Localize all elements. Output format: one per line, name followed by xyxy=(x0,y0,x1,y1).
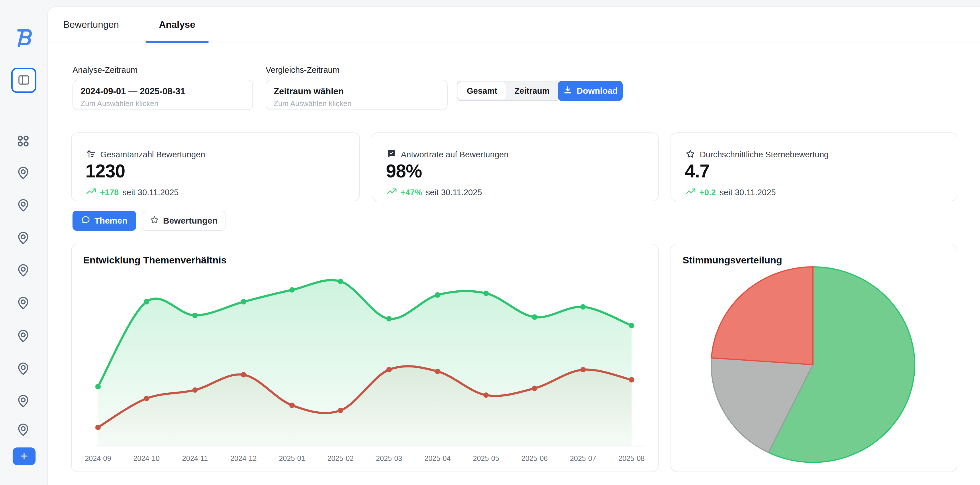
sort-ascending-icon xyxy=(86,149,96,160)
sidebar-item-location-5[interactable] xyxy=(13,294,33,313)
sidebar-item-location-8[interactable] xyxy=(13,392,33,411)
map-pin-icon xyxy=(16,361,30,377)
trending-up-icon xyxy=(387,186,397,199)
tab-analyse[interactable]: Analyse xyxy=(146,7,208,42)
svg-text:2024-12: 2024-12 xyxy=(231,454,257,463)
kpi-delta-suffix: seit 30.11.2025 xyxy=(426,188,482,197)
svg-text:2024-09: 2024-09 xyxy=(85,454,111,463)
sidebar-item-location-9[interactable] xyxy=(13,420,33,440)
tab-bar: Bewertungen Analyse xyxy=(48,7,980,42)
sidebar-divider-bottom xyxy=(10,474,37,474)
kpi-card-total-reviews: Gesamtanzahl Bewertungen 1230 +178 seit … xyxy=(71,132,360,201)
star-icon xyxy=(150,215,159,227)
panel-left-icon xyxy=(17,73,30,88)
sidebar-item-location-2[interactable] xyxy=(13,196,33,215)
download-icon xyxy=(563,85,573,97)
active-tab-underline xyxy=(146,41,208,43)
pie-slice-negativ xyxy=(711,267,813,365)
app-logo xyxy=(12,26,35,50)
comparison-period-picker[interactable]: Zeitraum wählen Zum Auswählen klicken xyxy=(266,80,448,110)
kpi-delta-value: +0.2 xyxy=(700,188,716,197)
sidebar-item-location-4[interactable] xyxy=(13,261,33,280)
svg-text:2025-04: 2025-04 xyxy=(425,454,451,463)
star-icon xyxy=(686,149,695,160)
sidebar-item-location-7[interactable] xyxy=(13,359,33,379)
svg-text:2025-01: 2025-01 xyxy=(279,454,305,463)
sidebar-divider-top xyxy=(10,113,37,113)
kpi-card-response-rate: Antwortrate auf Bewertungen 98% +47% sei… xyxy=(372,132,659,201)
message-check-icon xyxy=(387,149,396,160)
map-pin-icon xyxy=(16,296,30,311)
comparison-period-label: Vergleichs-Zeitraum xyxy=(266,65,340,75)
kpi-value: 1230 xyxy=(85,161,125,182)
svg-text:2025-03: 2025-03 xyxy=(376,454,402,463)
svg-text:2024-10: 2024-10 xyxy=(133,454,160,463)
kpi-delta-suffix: seit 30.11.2025 xyxy=(719,188,776,197)
analysis-period-picker[interactable]: 2024-09-01 — 2025-08-31 Zum Auswählen kl… xyxy=(73,80,253,110)
kpi-value: 98% xyxy=(386,161,422,182)
kpi-delta-value: +178 xyxy=(100,188,119,197)
download-label: Download xyxy=(576,86,617,96)
map-pin-icon xyxy=(16,198,30,213)
main-panel: Bewertungen Analyse Analyse-Zeitraum Ver… xyxy=(47,6,980,485)
kpi-delta-value: +47% xyxy=(401,188,422,197)
comparison-period-value: Zeitraum wählen xyxy=(274,86,447,97)
sidebar-collapse-button[interactable] xyxy=(11,68,37,93)
map-pin-icon xyxy=(16,166,30,181)
analysis-period-label: Analyse-Zeitraum xyxy=(73,65,138,75)
analysis-period-value: 2024-09-01 — 2025-08-31 xyxy=(81,86,253,97)
kpi-label: Antwortrate auf Bewertungen xyxy=(401,150,509,160)
kpi-label: Durchschnittliche Sternebewertung xyxy=(700,150,829,160)
download-button[interactable]: Download xyxy=(558,81,623,101)
svg-text:2025-06: 2025-06 xyxy=(522,454,548,463)
scope-toggle: Gesamt Zeitraum xyxy=(457,81,560,101)
grid-icon xyxy=(16,134,30,149)
kpi-card-average-rating: Durchschnittliche Sternebewertung 4.7 +0… xyxy=(671,132,957,201)
svg-text:2025-07: 2025-07 xyxy=(570,454,596,463)
map-pin-icon xyxy=(16,423,30,438)
svg-text:2025-05: 2025-05 xyxy=(473,454,499,463)
scope-option-zeitraum[interactable]: Zeitraum xyxy=(506,82,558,99)
topic-trend-chart: 2024-092024-102024-112024-122025-012025-… xyxy=(84,274,646,469)
kpi-value: 4.7 xyxy=(685,161,710,182)
sidebar-item-location-3[interactable] xyxy=(13,228,33,248)
sidebar-item-location-1[interactable] xyxy=(13,163,33,183)
view-themen-label: Themen xyxy=(94,216,127,226)
map-pin-icon xyxy=(16,231,30,246)
analysis-period-hint: Zum Auswählen klicken xyxy=(81,99,253,108)
view-bewertungen-label: Bewertungen xyxy=(163,216,218,226)
plus-icon xyxy=(19,451,29,462)
trending-up-icon xyxy=(686,186,696,199)
speech-bubble-icon xyxy=(81,215,90,227)
sentiment-pie-card: Stimmungsverteilung xyxy=(671,244,957,472)
kpi-delta-suffix: seit 30.11.2025 xyxy=(123,188,178,197)
comparison-period-hint: Zum Auswählen klicken xyxy=(274,99,447,108)
sentiment-pie-chart xyxy=(671,244,958,473)
topic-trend-chart-title: Entwicklung Themenverhältnis xyxy=(83,255,227,266)
map-pin-icon xyxy=(16,394,30,409)
svg-text:2024-11: 2024-11 xyxy=(182,454,208,463)
kpi-label: Gesamtanzahl Bewertungen xyxy=(100,150,205,160)
svg-text:2025-02: 2025-02 xyxy=(327,454,353,463)
tab-bewertungen[interactable]: Bewertungen xyxy=(60,7,123,42)
view-themen-button[interactable]: Themen xyxy=(73,211,136,231)
map-pin-icon xyxy=(16,329,30,344)
map-pin-icon xyxy=(16,263,30,278)
scope-option-gesamt[interactable]: Gesamt xyxy=(458,82,506,99)
add-location-button[interactable] xyxy=(13,447,35,465)
view-bewertungen-button[interactable]: Bewertungen xyxy=(142,211,226,231)
trending-up-icon xyxy=(86,186,96,199)
svg-text:2025-08: 2025-08 xyxy=(618,454,645,463)
sidebar-item-dashboard[interactable] xyxy=(13,132,33,151)
tab-analyse-label: Analyse xyxy=(159,19,196,30)
sidebar xyxy=(0,0,47,485)
topic-trend-chart-card: Entwicklung Themenverhältnis 2024-092024… xyxy=(71,244,659,472)
sidebar-item-location-6[interactable] xyxy=(13,327,33,346)
